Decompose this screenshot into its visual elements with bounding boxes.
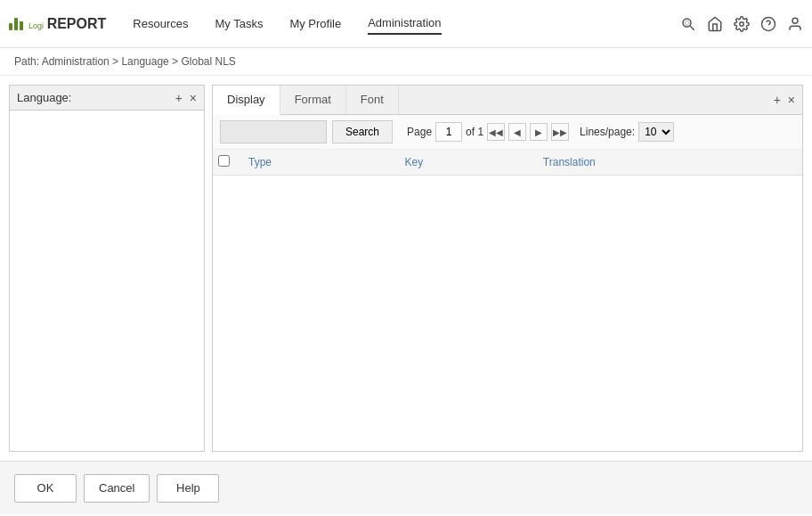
logo-bar-2 bbox=[14, 18, 18, 30]
tabs-header: Display Format Font + × bbox=[213, 86, 802, 115]
page-label: Page bbox=[407, 126, 432, 138]
global-search-icon[interactable] bbox=[680, 16, 696, 32]
tabs-list: Display Format Font bbox=[213, 86, 399, 114]
cancel-button[interactable]: Cancel bbox=[84, 474, 150, 503]
select-all-checkbox[interactable] bbox=[218, 155, 230, 167]
language-panel: Language: + × bbox=[9, 85, 205, 452]
ok-button[interactable]: OK bbox=[14, 474, 77, 503]
tab-display[interactable]: Display bbox=[213, 86, 280, 115]
svg-point-2 bbox=[685, 20, 689, 25]
logo-text: Logi REPORT bbox=[28, 16, 106, 32]
prev-page-button[interactable]: ◀ bbox=[508, 123, 526, 141]
user-icon[interactable] bbox=[787, 16, 803, 32]
header: Logi REPORT Resources My Tasks My Profil… bbox=[0, 0, 812, 48]
svg-point-0 bbox=[683, 19, 691, 27]
toolbar: Search Page of 1 ◀◀ ◀ ▶ ▶▶ Lines/page: 1… bbox=[213, 115, 802, 150]
lines-per-page: Lines/page: 10 20 50 bbox=[580, 122, 674, 142]
tabs-actions: + × bbox=[774, 94, 802, 106]
logo-icon bbox=[9, 18, 23, 30]
help-button[interactable]: Help bbox=[157, 474, 219, 503]
main-content: Language: + × Display Format Font + × Se… bbox=[0, 76, 812, 461]
main-nav: Resources My Tasks My Profile Administra… bbox=[133, 12, 680, 35]
svg-line-1 bbox=[690, 26, 694, 30]
pagination: Page of 1 ◀◀ ◀ ▶ ▶▶ bbox=[407, 122, 569, 142]
logo-area: Logi REPORT bbox=[9, 16, 106, 32]
help-icon[interactable] bbox=[760, 16, 776, 32]
nls-table: Type Key Translation bbox=[213, 150, 802, 176]
tab-font[interactable]: Font bbox=[346, 86, 399, 114]
search-button[interactable]: Search bbox=[332, 120, 393, 143]
page-input[interactable] bbox=[435, 122, 462, 142]
table-area: Type Key Translation bbox=[213, 150, 802, 451]
footer: OK Cancel Help bbox=[0, 461, 812, 514]
first-page-button[interactable]: ◀◀ bbox=[487, 123, 505, 141]
svg-point-3 bbox=[740, 21, 744, 26]
language-list bbox=[10, 111, 204, 451]
nav-my-tasks[interactable]: My Tasks bbox=[215, 13, 263, 34]
lines-label: Lines/page: bbox=[580, 126, 635, 138]
language-panel-header: Language: + × bbox=[10, 86, 204, 111]
nav-resources[interactable]: Resources bbox=[133, 13, 188, 34]
type-column-header[interactable]: Type bbox=[240, 150, 396, 176]
logo-bar-1 bbox=[9, 23, 12, 30]
home-icon[interactable] bbox=[707, 16, 723, 32]
svg-point-6 bbox=[792, 18, 798, 23]
language-label: Language: bbox=[17, 91, 71, 104]
logo-bar-3 bbox=[20, 21, 23, 30]
table-header-row: Type Key Translation bbox=[213, 150, 802, 176]
header-icons bbox=[680, 16, 803, 32]
select-all-header bbox=[213, 150, 240, 176]
tab-format[interactable]: Format bbox=[280, 86, 346, 114]
nav-administration[interactable]: Administration bbox=[368, 12, 441, 35]
next-page-button[interactable]: ▶ bbox=[530, 123, 548, 141]
close-panel-button[interactable]: × bbox=[788, 94, 795, 106]
logo-logi: Logi bbox=[28, 21, 44, 30]
breadcrumb: Path: Administration > Language > Global… bbox=[0, 48, 812, 76]
of-label: of 1 bbox=[466, 126, 483, 138]
key-column-header[interactable]: Key bbox=[396, 150, 534, 176]
lines-select[interactable]: 10 20 50 bbox=[638, 122, 674, 142]
search-input[interactable] bbox=[220, 120, 327, 143]
nav-my-profile[interactable]: My Profile bbox=[289, 13, 341, 34]
close-language-button[interactable]: × bbox=[190, 92, 197, 104]
translation-column-header[interactable]: Translation bbox=[534, 150, 802, 176]
add-entry-button[interactable]: + bbox=[774, 94, 781, 106]
language-header-actions: + × bbox=[175, 92, 197, 104]
last-page-button[interactable]: ▶▶ bbox=[551, 123, 569, 141]
add-language-button[interactable]: + bbox=[175, 92, 183, 104]
settings-icon[interactable] bbox=[734, 16, 750, 32]
nls-panel: Display Format Font + × Search Page of 1… bbox=[212, 85, 803, 452]
logo-report: REPORT bbox=[47, 16, 107, 31]
